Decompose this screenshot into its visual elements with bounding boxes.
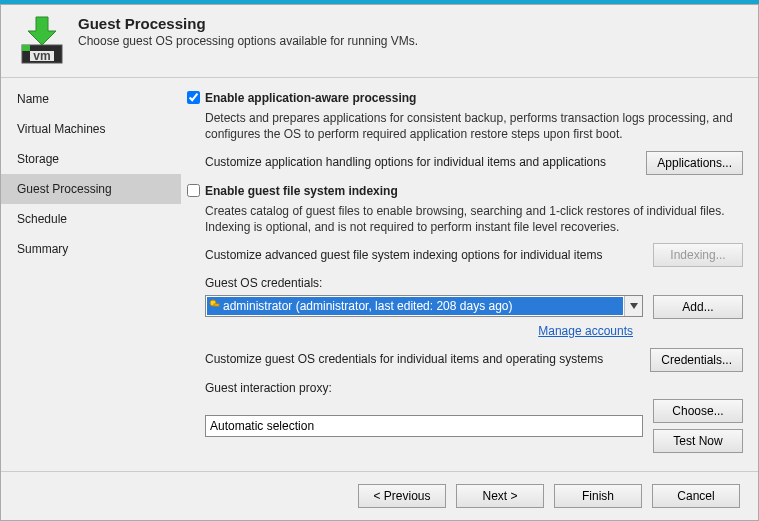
indexing-desc: Creates catalog of guest files to enable… [205, 203, 743, 235]
proxy-input[interactable] [205, 415, 643, 437]
enable-indexing-checkbox[interactable] [187, 184, 200, 197]
page-title: Guest Processing [78, 15, 418, 32]
indexing-button: Indexing... [653, 243, 743, 267]
enable-indexing-label: Enable guest file system indexing [205, 183, 398, 199]
svg-rect-5 [214, 304, 219, 306]
wizard-header: vm Guest Processing Choose guest OS proc… [1, 5, 758, 77]
app-aware-customize-text: Customize application handling options f… [205, 154, 636, 170]
cancel-button[interactable]: Cancel [652, 484, 740, 508]
enable-app-aware-label: Enable application-aware processing [205, 90, 416, 106]
sidebar-item-virtual-machines[interactable]: Virtual Machines [1, 114, 181, 144]
wizard-sidebar: Name Virtual Machines Storage Guest Proc… [1, 78, 181, 471]
sidebar-item-summary[interactable]: Summary [1, 234, 181, 264]
guest-credentials-selected: administrator (administrator, last edite… [211, 299, 512, 313]
wizard-footer: < Previous Next > Finish Cancel [1, 471, 758, 520]
test-now-button[interactable]: Test Now [653, 429, 743, 453]
applications-button[interactable]: Applications... [646, 151, 743, 175]
sidebar-item-name[interactable]: Name [1, 84, 181, 114]
proxy-label: Guest interaction proxy: [205, 380, 743, 396]
app-aware-desc: Detects and prepares applications for co… [205, 110, 743, 142]
indexing-customize-text: Customize advanced guest file system ind… [205, 247, 643, 263]
finish-button[interactable]: Finish [554, 484, 642, 508]
guest-credentials-dropdown[interactable]: administrator (administrator, last edite… [205, 295, 643, 317]
svg-text:vm: vm [33, 49, 50, 63]
next-button[interactable]: Next > [456, 484, 544, 508]
credentials-button[interactable]: Credentials... [650, 348, 743, 372]
add-credentials-button[interactable]: Add... [653, 295, 743, 319]
guest-processing-icon: vm [16, 15, 68, 67]
guest-credentials-label: Guest OS credentials: [205, 275, 743, 291]
creds-customize-text: Customize guest OS credentials for indiv… [205, 351, 640, 367]
content-pane: Enable application-aware processing Dete… [181, 78, 758, 471]
sidebar-item-schedule[interactable]: Schedule [1, 204, 181, 234]
sidebar-item-guest-processing[interactable]: Guest Processing [1, 174, 181, 204]
sidebar-item-storage[interactable]: Storage [1, 144, 181, 174]
svg-rect-3 [22, 45, 30, 51]
previous-button[interactable]: < Previous [358, 484, 446, 508]
page-subtitle: Choose guest OS processing options avail… [78, 34, 418, 48]
enable-app-aware-checkbox[interactable] [187, 91, 200, 104]
manage-accounts-link[interactable]: Manage accounts [205, 323, 633, 339]
key-icon [209, 299, 221, 311]
choose-proxy-button[interactable]: Choose... [653, 399, 743, 423]
chevron-down-icon[interactable] [624, 296, 642, 316]
